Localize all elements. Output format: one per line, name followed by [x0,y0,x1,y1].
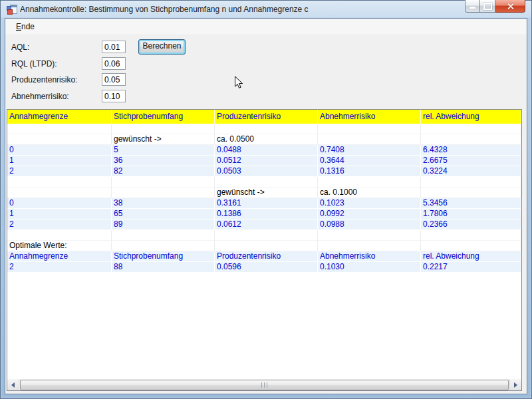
table-row[interactable]: 1650.13860.09921.7806 [7,209,521,219]
table-header-row[interactable]: Annahmegrenze Stichprobenumfang Produzen… [7,110,521,124]
table-row[interactable]: 050.04880.74086.4328 [7,145,521,156]
consumer-risk-label: Abnehmerrisiko: [11,92,69,101]
consumer-risk-input[interactable] [102,90,126,102]
scroll-left-button[interactable] [7,379,19,390]
grip-icon [261,382,268,388]
maximize-icon [483,3,492,10]
table-row[interactable] [7,177,521,188]
horizontal-scrollbar[interactable] [7,379,521,390]
table-row-optimal-values[interactable]: 2880.05960.10300.2217 [7,262,521,273]
menu-bar: Ende [5,19,527,35]
producer-risk-input[interactable] [102,73,126,86]
minimize-icon [469,7,475,9]
column-header: Stichprobenumfang [112,110,215,124]
arrow-left-icon [11,382,15,388]
client-area: Ende AQL: RQL (LTPD): Produzentenrisiko:… [5,19,527,394]
table-row[interactable] [7,230,521,241]
maximize-button[interactable] [480,0,495,13]
aql-input[interactable] [102,41,126,53]
table-row[interactable]: gewünscht ->ca. 0.0500 [7,134,521,145]
close-button[interactable] [495,0,525,13]
scroll-right-button[interactable] [509,379,521,390]
table-row[interactable]: 2820.05030.13160.3224 [7,166,521,177]
app-window: Annahmekontrolle: Bestimmung von Stichpr… [0,0,532,399]
results-table: Annahmegrenze Stichprobenumfang Produzen… [7,109,522,391]
close-icon [507,3,514,10]
menu-item-ende[interactable]: Ende [12,19,39,35]
rql-input[interactable] [102,57,126,70]
table-row[interactable]: gewünscht ->ca. 0.1000 [7,188,521,198]
table-row[interactable]: 0380.31610.10235.3456 [7,198,521,209]
column-header: Abnehmerrisiko [318,110,421,124]
arrow-right-icon [514,382,517,388]
aql-label: AQL: [11,43,29,52]
title-bar[interactable]: Annahmekontrolle: Bestimmung von Stichpr… [0,0,532,19]
table-row[interactable]: 1360.05120.36442.6675 [7,156,521,166]
window-title: Annahmekontrolle: Bestimmung von Stichpr… [20,5,309,14]
column-header: Produzentenrisiko [215,110,318,124]
calculate-button[interactable]: Berechnen [138,39,186,55]
table-row[interactable] [7,124,521,134]
table-row[interactable]: 2890.06120.09880.2366 [7,219,521,230]
column-header: Annahmegrenze [7,110,112,124]
producer-risk-label: Produzentenrisiko: [11,75,77,84]
table-row-optimal-header[interactable]: AnnahmegrenzeStichprobenumfangProduzente… [7,251,521,262]
app-icon [6,4,17,15]
rql-label: RQL (LTPD): [11,59,57,68]
scroll-thumb[interactable] [20,380,509,390]
minimize-button[interactable] [465,0,480,13]
mouse-cursor-icon [234,76,243,90]
table-row-optimale-werte-label[interactable]: Optimale Werte: [7,241,521,251]
column-header: rel. Abweichung [421,110,521,124]
